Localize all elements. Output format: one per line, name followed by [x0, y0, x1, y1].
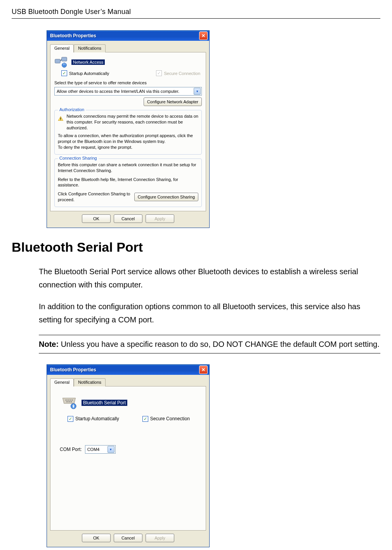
service-name-field[interactable]: Network Access — [71, 59, 105, 65]
svg-point-6 — [68, 400, 69, 401]
tab-general[interactable]: General — [50, 378, 74, 386]
svg-point-11 — [71, 401, 72, 402]
dialog-title: Bluetooth Properties — [50, 367, 199, 372]
sharing-text-1: Before this computer can share a network… — [58, 162, 198, 174]
tab-notifications[interactable]: Notifications — [74, 44, 106, 52]
svg-point-9 — [66, 401, 68, 402]
titlebar: Bluetooth Properties ✕ — [47, 31, 209, 41]
service-type-label: Select the type of service to offer remo… — [54, 80, 202, 86]
apply-button: Apply — [146, 214, 174, 223]
tab-notifications[interactable]: Notifications — [74, 378, 106, 386]
cancel-button[interactable]: Cancel — [114, 214, 142, 223]
startup-checkbox[interactable]: ✓Startup Automatically — [68, 416, 119, 422]
sharing-text-3: Click Configure Connection Sharing to pr… — [58, 191, 130, 203]
com-port-dropdown[interactable]: COM4 ▾ — [85, 445, 116, 454]
svg-rect-0 — [55, 59, 61, 63]
cancel-button[interactable]: Cancel — [114, 534, 142, 542]
close-icon[interactable]: ✕ — [199, 366, 208, 374]
network-icon — [54, 56, 68, 68]
authorization-text-1: Network connections may permit the remot… — [67, 113, 198, 131]
dialog-network-access: Bluetooth Properties ✕ General Notificat… — [47, 30, 210, 228]
svg-point-7 — [69, 400, 71, 401]
svg-rect-3 — [61, 118, 61, 119]
dialog-serial-port: Bluetooth Properties ✕ General Notificat… — [47, 364, 210, 547]
configure-adapter-button[interactable]: Configure Network Adapter — [144, 97, 202, 106]
connection-sharing-group-title: Connection Sharing — [58, 156, 99, 160]
svg-point-8 — [72, 400, 73, 401]
tab-general[interactable]: General — [50, 44, 74, 52]
titlebar: Bluetooth Properties ✕ — [47, 365, 209, 375]
close-icon[interactable]: ✕ — [199, 31, 208, 40]
startup-checkbox[interactable]: ✓Startup Automatically — [61, 70, 109, 76]
warning-icon — [58, 113, 64, 124]
svg-rect-4 — [61, 120, 61, 120]
note-block: Note: Unless you have a specific reason … — [39, 335, 380, 353]
service-name-field[interactable]: Bluetooth Serial Port — [82, 400, 127, 406]
chevron-down-icon: ▾ — [194, 88, 201, 95]
svg-point-5 — [66, 400, 67, 401]
svg-rect-1 — [62, 57, 67, 61]
configure-sharing-button[interactable]: Configure Connection Sharing — [134, 193, 198, 201]
document-header: USB Bluetooth Dongle User’s Manual — [12, 8, 380, 19]
section-heading: Bluetooth Serial Port — [12, 240, 380, 255]
paragraph-1: The Bluetooth Serial Port service allows… — [39, 265, 380, 291]
authorization-text-2: To allow a connection, when the authoriz… — [58, 133, 198, 144]
secure-checkbox[interactable]: ✓Secure Connection — [142, 416, 190, 422]
authorization-text-3: To deny the request, ignore the prompt. — [58, 144, 198, 150]
sharing-text-2: Refer to the Bluetooth help file, Intern… — [58, 177, 198, 188]
service-type-dropdown[interactable]: Allow other devices to access the Intern… — [54, 87, 202, 96]
svg-point-2 — [62, 63, 67, 68]
chevron-down-icon: ▾ — [108, 446, 114, 453]
secure-checkbox: ✓Secure Connection — [156, 70, 200, 76]
ok-button[interactable]: OK — [82, 214, 111, 223]
apply-button: Apply — [146, 534, 174, 542]
com-port-label: COM Port: — [60, 447, 82, 452]
ok-button[interactable]: OK — [82, 534, 111, 542]
authorization-group-title: Authorization — [58, 107, 86, 112]
paragraph-2: In addition to the configuration options… — [39, 300, 380, 326]
serial-port-icon — [61, 396, 77, 410]
svg-point-10 — [69, 401, 70, 402]
dialog-title: Bluetooth Properties — [50, 33, 199, 38]
